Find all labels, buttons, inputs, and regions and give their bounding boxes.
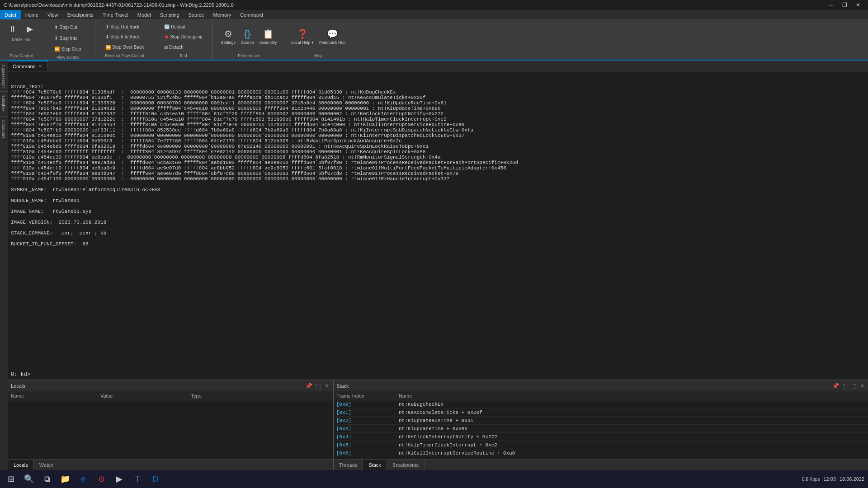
table-row[interactable]: [0x5] nt!HalpTimerClockInterrupt + 0xe2 xyxy=(334,441,868,449)
step-col-left: ⬆ Step Out ⬇ Step Into ⏩ Step Over xyxy=(52,22,83,54)
local-help-button[interactable]: ❓ Local Help ▾ xyxy=(289,23,316,50)
table-row[interactable]: [0x4] nt!KeClockInterruptNotify + 0x272 xyxy=(334,433,868,441)
stack-tab[interactable]: Stack xyxy=(363,460,387,470)
minimize-button[interactable]: ─ xyxy=(825,0,837,9)
disassembly-tab[interactable]: Disassembly xyxy=(0,61,8,91)
stack-close-button[interactable]: ✕ xyxy=(859,383,865,389)
network-speed: 0,6 Kbps xyxy=(802,477,820,482)
locals-bottom-tabs: Locals Watch xyxy=(8,459,333,470)
break-button[interactable]: ⏸ xyxy=(5,22,20,36)
side-tabs: Disassembly Registers Memory 0 xyxy=(0,61,8,470)
registers-tab[interactable]: Registers xyxy=(0,91,8,116)
menu-source[interactable]: Source xyxy=(184,10,209,19)
step-over-back-button[interactable]: ⏪ Step Over Back xyxy=(104,44,146,51)
table-row[interactable]: [0x6] nt!KiCallInterruptServiceRoutine +… xyxy=(334,449,868,457)
teams-button[interactable]: T xyxy=(130,472,145,486)
local-help-icon: ❓ xyxy=(297,28,308,39)
locals-float-button[interactable]: ⬚ xyxy=(315,383,322,389)
stack-expand-button[interactable]: ⬚ xyxy=(842,383,849,389)
step-out-back-icon: ⬆ xyxy=(105,24,109,29)
table-row[interactable]: [0x1] nt!KeAccumulateTicks + 0x20f xyxy=(334,408,868,417)
locals-pin-button[interactable]: 📌 xyxy=(305,383,313,389)
menu-datei[interactable]: Datei xyxy=(0,10,21,19)
restart-button[interactable]: 🔄 Restart xyxy=(162,23,204,30)
menu-memory[interactable]: Memory xyxy=(208,10,236,19)
menu-scripting[interactable]: Scripting xyxy=(156,10,184,19)
edge-button[interactable]: e xyxy=(76,472,90,486)
restore-button[interactable]: ❐ xyxy=(838,0,851,9)
feedback-hub-button[interactable]: 💬 Feedback Hub xyxy=(317,23,348,50)
command-tab-close[interactable]: ✕ xyxy=(38,64,43,69)
locals-tab[interactable]: Locals xyxy=(8,460,34,470)
menu-model[interactable]: Model xyxy=(133,10,156,19)
step-out-icon: ⬆ xyxy=(54,25,58,30)
locals-icons: 📌 ⬚ ✕ xyxy=(305,383,330,389)
threads-tab[interactable]: Threads xyxy=(334,460,363,470)
step-over-button[interactable]: ⏩ Step Over xyxy=(52,46,83,52)
locals-close-button[interactable]: ✕ xyxy=(324,383,330,389)
go-button[interactable]: ▶ xyxy=(23,22,37,36)
menu-timetravel[interactable]: Time Travel xyxy=(98,10,133,19)
locals-title: Locals xyxy=(11,383,25,389)
search-taskbar-button[interactable]: 🔍 xyxy=(22,472,36,486)
ribbon-end: 🔄 Restart ⏹ Stop Debugging ⊠ Detach End xyxy=(154,20,213,60)
windbg-taskbar[interactable]: D xyxy=(148,472,163,486)
source-button[interactable]: {} Source xyxy=(239,23,256,50)
watch-tab[interactable]: Watch xyxy=(34,460,59,470)
breakpoints-tab[interactable]: Breakpoints xyxy=(387,460,425,470)
menu-command[interactable]: Command xyxy=(236,10,268,19)
detach-icon: ⊠ xyxy=(164,45,168,50)
table-row[interactable]: [0x2] nt!KiUpdateRunTime + 0x61 xyxy=(334,417,868,425)
menu-bar: Datei Home View Breakpoints Time Travel … xyxy=(0,10,868,20)
stack-title-bar: Stack 📌 ⬚ ⬚ ✕ xyxy=(334,380,868,391)
detach-button[interactable]: ⊠ Detach xyxy=(162,44,204,51)
end-label: End xyxy=(179,52,187,58)
table-row[interactable]: [0x3] nt!KiUpdateTime + 0x686 xyxy=(334,425,868,433)
step-out-button[interactable]: ⬆ Step Out xyxy=(52,24,83,31)
locals-col-value: Value xyxy=(99,393,189,399)
stack-content: [0x0] nt!KeBugCheckEx[0x1] nt!KeAccumula… xyxy=(334,400,868,459)
title-bar: C:\Users\proee\Downloads\minidump\061622… xyxy=(0,0,868,10)
menu-home[interactable]: Home xyxy=(21,10,43,19)
menu-breakpoints[interactable]: Breakpoints xyxy=(63,10,98,19)
flow-control-label: Flow Control xyxy=(10,52,33,58)
frame-name: nt!KeAccumulateTicks + 0x20f xyxy=(397,410,868,415)
step-over-back-label: Step Over Back xyxy=(112,45,144,50)
terminal-button[interactable]: ▶ xyxy=(112,472,127,486)
window-controls: ─ ❐ ✕ xyxy=(825,0,864,9)
command-tab[interactable]: Command ✕ xyxy=(8,61,48,71)
close-button[interactable]: ✕ xyxy=(852,0,864,9)
frame-index-link[interactable]: [0x5] xyxy=(334,442,397,448)
prefs-buttons: ⚙ Settings {} Source 📋 Assembly xyxy=(218,23,279,50)
menu-view[interactable]: View xyxy=(43,10,63,19)
locals-panel: Locals 📌 ⬚ ✕ Name Value Type xyxy=(8,380,334,470)
explorer-button[interactable]: 📁 xyxy=(58,472,72,486)
chrome-button[interactable]: ⊙ xyxy=(94,472,108,486)
table-row[interactable]: [0x0] nt!KeBugCheckEx xyxy=(334,400,868,408)
frame-index-link[interactable]: [0x6] xyxy=(334,450,397,456)
step-into-back-button[interactable]: ⬇ Step Into Back xyxy=(104,33,146,40)
frame-index-link[interactable]: [0x0] xyxy=(334,402,397,407)
memory-tab[interactable]: Memory 0 xyxy=(0,116,8,142)
locals-col-name: Name xyxy=(8,393,99,399)
frame-index-link[interactable]: [0x1] xyxy=(334,410,397,415)
taskview-button[interactable]: ⧉ xyxy=(40,472,54,486)
frame-index-link[interactable]: [0x2] xyxy=(334,418,397,423)
frame-index-link[interactable]: [0x4] xyxy=(334,434,397,440)
assembly-button[interactable]: 📋 Assembly xyxy=(257,23,279,50)
command-input[interactable] xyxy=(31,371,865,378)
stack-pin-button[interactable]: 📌 xyxy=(831,383,840,389)
frame-index-link[interactable]: [0x3] xyxy=(334,426,397,432)
stack-float-button[interactable]: ⬚ xyxy=(850,383,857,389)
settings-button[interactable]: ⚙ Settings xyxy=(218,23,238,50)
content-area: Disassembly Registers Memory 0 Command ✕… xyxy=(0,61,868,470)
step-into-button[interactable]: ⬇ Step Into xyxy=(52,35,83,42)
start-button[interactable]: ⊞ xyxy=(4,472,18,486)
end-col: 🔄 Restart ⏹ Stop Debugging ⊠ Detach xyxy=(162,22,204,52)
stop-debugging-button[interactable]: ⏹ Stop Debugging xyxy=(162,33,204,40)
frame-name: nt!KeBugCheckEx xyxy=(397,402,868,407)
stack-header: Frame Index Name xyxy=(334,391,868,400)
main-output[interactable]: STACK_TEXT: fffff804`7e5079e8 fffff804`8… xyxy=(8,71,868,369)
step-out-back-button[interactable]: ⬆ Step Out Back xyxy=(104,23,146,30)
step-over-icon: ⏩ xyxy=(54,47,60,52)
